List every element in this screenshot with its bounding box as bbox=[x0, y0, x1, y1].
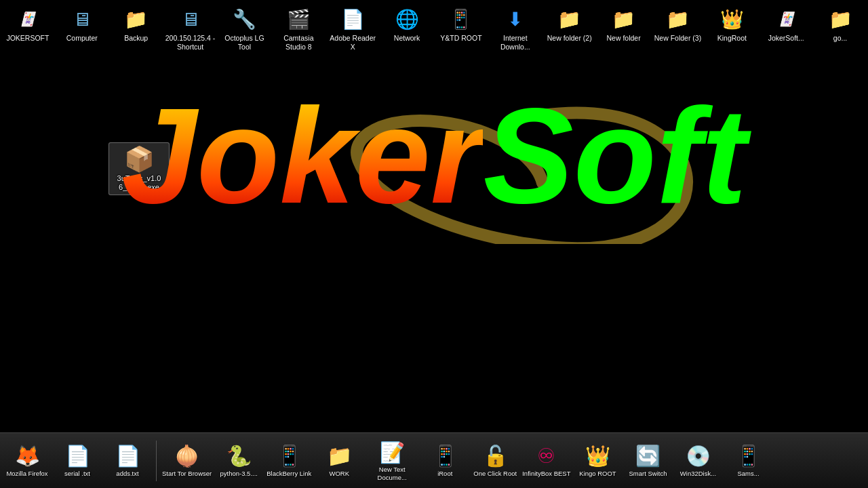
newtext-icon: 📝 bbox=[380, 440, 404, 464]
taskbar-icon-smartswitch[interactable]: 🔄Smart Switch bbox=[624, 435, 673, 487]
taskbar-icon-infinity[interactable]: ♾InfinityBox BEST bbox=[521, 435, 572, 487]
python-label: python-3.5.... bbox=[220, 470, 257, 477]
internet-icon: ⬇ bbox=[502, 5, 529, 33]
camtasia-label: Camtasia Studio 8 bbox=[273, 34, 323, 51]
octoplus-icon: 🔧 bbox=[231, 5, 258, 33]
taskbar-icon-python[interactable]: 🐍python-3.5.... bbox=[214, 435, 263, 487]
top-icon-octoplus[interactable]: 🔧Octoplus LG Tool bbox=[218, 3, 271, 54]
newfolder2-icon: 📁 bbox=[610, 5, 637, 33]
camtasia-icon: 🎬 bbox=[285, 5, 312, 33]
top-icon-localmore[interactable]: 📁go... bbox=[814, 3, 867, 45]
ytdroot-label: Y&TD ROOT bbox=[440, 34, 481, 43]
newfolder3-label: New Folder (3) bbox=[654, 34, 701, 43]
smartswitch-label: Smart Switch bbox=[629, 470, 667, 477]
adobe-icon: 📄 bbox=[339, 5, 366, 33]
firefox-label: Mozilla Firefox bbox=[6, 470, 47, 477]
newfolder3-icon: 📁 bbox=[664, 5, 691, 33]
shortcut-label: 200.150.125.4 - Shortcut bbox=[165, 34, 216, 51]
top-icon-kingroot[interactable]: 👑KingRoot bbox=[705, 3, 758, 45]
internet-label: Internet Downlo... bbox=[490, 34, 540, 51]
blackberry-label: BlackBerry Link bbox=[267, 470, 311, 477]
samsung-icon: 📱 bbox=[736, 444, 761, 468]
firefox-icon: 🦊 bbox=[15, 444, 39, 468]
top-icon-jokersoft2[interactable]: 🃏JokerSoft... bbox=[760, 3, 812, 45]
kingo-label: Kingo ROOT bbox=[579, 470, 616, 477]
python-icon: 🐍 bbox=[226, 444, 251, 468]
taskbar-icon-win32disk[interactable]: 💿Win32Disk... bbox=[674, 435, 723, 487]
taskbar-icon-newtext[interactable]: 📝New Text Docume... bbox=[365, 435, 419, 487]
top-taskbar: 🃏JOKERSOFT🖥Computer📁Backup🖥200.150.125.4… bbox=[0, 0, 868, 56]
localmore-icon: 📁 bbox=[827, 5, 854, 33]
taskbar-icon-blackberry[interactable]: 📱BlackBerry Link bbox=[264, 435, 313, 487]
desktop: 🃏JOKERSOFT🖥Computer📁Backup🖥200.150.125.4… bbox=[0, 0, 868, 488]
win32disk-icon: 💿 bbox=[686, 444, 711, 468]
swirl-decoration bbox=[237, 95, 712, 244]
logo-soft: Soft bbox=[483, 88, 747, 224]
serial-label: serial .txt bbox=[64, 470, 90, 477]
taskbar-icon-serial[interactable]: 📄serial .txt bbox=[53, 435, 102, 487]
iroot-label: iRoot bbox=[437, 470, 452, 477]
iroot-icon: 📱 bbox=[433, 444, 457, 468]
taskbar-icon-oneclick[interactable]: 🔓One Click Root bbox=[471, 435, 519, 487]
kingroot-icon: 👑 bbox=[718, 5, 745, 33]
top-icon-network[interactable]: 🌐Network bbox=[380, 3, 433, 45]
newfolder1-icon: 📁 bbox=[556, 5, 583, 33]
kingo-icon: 👑 bbox=[586, 444, 610, 468]
top-icon-newfolder2[interactable]: 📁New folder bbox=[597, 3, 650, 45]
taskbar-icon-work[interactable]: 📁WORK bbox=[315, 435, 363, 487]
computer-icon: 🖥 bbox=[68, 5, 96, 33]
computer-label: Computer bbox=[66, 34, 98, 43]
infinity-icon: ♾ bbox=[534, 444, 559, 468]
top-icon-ytdroot[interactable]: 📱Y&TD ROOT bbox=[435, 3, 488, 45]
shortcut-icon: 🖥 bbox=[177, 5, 204, 33]
top-icon-jokersoft[interactable]: 🃏JOKERSOFT bbox=[1, 3, 54, 45]
work-label: WORK bbox=[329, 470, 349, 477]
network-label: Network bbox=[394, 34, 420, 43]
top-icon-adobe[interactable]: 📄Adobe Reader X bbox=[326, 3, 379, 54]
backup-icon: 📁 bbox=[123, 5, 150, 33]
octoplus-label: Octoplus LG Tool bbox=[220, 34, 270, 51]
logo-joker: Joker bbox=[121, 88, 484, 224]
taskbar-separator bbox=[156, 441, 157, 481]
desktop-file-3utools[interactable]: 📦 3uTools_v1.06_setup.exe bbox=[108, 142, 170, 195]
newtext-label: New Text Docume... bbox=[366, 466, 418, 481]
top-icon-newfolder3[interactable]: 📁New Folder (3) bbox=[652, 3, 705, 45]
blackberry-icon: 📱 bbox=[277, 444, 301, 468]
adds-label: adds.txt bbox=[116, 470, 138, 477]
ytdroot-icon: 📱 bbox=[448, 5, 475, 33]
backup-label: Backup bbox=[124, 34, 148, 43]
tor-icon: 🧅 bbox=[175, 444, 199, 468]
adds-icon: 📄 bbox=[115, 444, 140, 468]
oneclick-label: One Click Root bbox=[473, 470, 517, 477]
top-icon-shortcut[interactable]: 🖥200.150.125.4 - Shortcut bbox=[164, 3, 217, 54]
taskbar-icon-kingo[interactable]: 👑Kingo ROOT bbox=[574, 435, 623, 487]
taskbar-icon-iroot[interactable]: 📱iRoot bbox=[420, 435, 469, 487]
top-icon-internet[interactable]: ⬇Internet Downlo... bbox=[489, 3, 542, 54]
taskbar-icon-samsung[interactable]: 📱Sams... bbox=[724, 435, 773, 487]
top-icon-newfolder1[interactable]: 📁New folder (2) bbox=[543, 3, 596, 45]
taskbar-icon-adds[interactable]: 📄adds.txt bbox=[103, 435, 152, 487]
newfolder2-label: New folder bbox=[606, 34, 640, 43]
jokersoft2-label: JokerSoft... bbox=[768, 34, 804, 43]
oneclick-icon: 🔓 bbox=[483, 444, 507, 468]
work-icon: 📁 bbox=[327, 444, 351, 468]
smartswitch-icon: 🔄 bbox=[636, 444, 660, 468]
serial-icon: 📄 bbox=[65, 444, 90, 468]
top-icon-backup[interactable]: 📁Backup bbox=[110, 3, 163, 45]
tor-label: Start Tor Browser bbox=[162, 470, 212, 477]
jokersoft-label: JOKERSOFT bbox=[6, 34, 49, 43]
taskbar-icon-tor[interactable]: 🧅Start Tor Browser bbox=[161, 435, 213, 487]
win32disk-label: Win32Disk... bbox=[680, 470, 716, 477]
desktop-file-label: 3uTools_v1.06_setup.exe bbox=[117, 174, 161, 192]
localmore-label: go... bbox=[833, 34, 847, 43]
top-icon-computer[interactable]: 🖥Computer bbox=[56, 3, 108, 45]
jokersoft2-icon: 🃏 bbox=[772, 5, 800, 33]
3utools-icon: 📦 bbox=[125, 146, 153, 173]
top-icon-camtasia[interactable]: 🎬Camtasia Studio 8 bbox=[272, 3, 325, 54]
kingroot-label: KingRoot bbox=[717, 34, 747, 43]
network-icon: 🌐 bbox=[393, 5, 420, 33]
taskbar-icon-firefox[interactable]: 🦊Mozilla Firefox bbox=[3, 435, 52, 487]
jokersoft-icon: 🃏 bbox=[14, 5, 41, 33]
adobe-label: Adobe Reader X bbox=[328, 34, 378, 51]
samsung-label: Sams... bbox=[737, 470, 759, 477]
